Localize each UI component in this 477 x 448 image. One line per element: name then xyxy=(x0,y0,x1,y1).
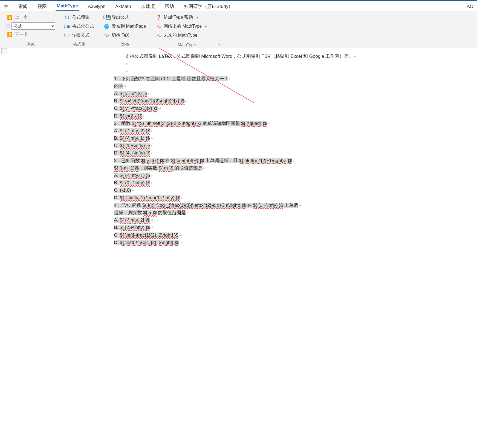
blank-line: ↵ xyxy=(114,67,371,75)
format-presets-button[interactable]: Σ↕ 公式预置 xyxy=(63,14,95,21)
doc-line: 2．函数 ${ f(x)=\ln \left(x^{2}-2 x-8\right… xyxy=(114,120,371,127)
browse-next-label: 下一个 xyxy=(15,32,28,38)
tab-view[interactable]: 视图 xyxy=(36,2,48,11)
blank-line: ↵ xyxy=(114,60,371,67)
doc-line: A. ${ (-\infty, 2] }$↵ xyxy=(114,216,371,224)
formula-type-select[interactable]: 公式 xyxy=(11,22,55,30)
sigma-convert-icon: Σ→ xyxy=(64,33,70,38)
paragraph-mark-icon: ↵ xyxy=(229,77,232,81)
publish-mathpage-button[interactable]: 🌐 发布到 MathPage xyxy=(103,23,147,30)
format-presets-label: 公式预置 xyxy=(72,15,89,20)
double-up-icon: ⏫ xyxy=(7,15,13,20)
paragraph-mark-icon: ↵ xyxy=(124,84,127,88)
paragraph-mark-icon: ↵ xyxy=(267,121,271,126)
paragraph-mark-icon: ↵ xyxy=(151,181,154,185)
sigma-preset-icon: Σ↕ xyxy=(64,15,70,20)
paragraph-mark-icon: ↵ xyxy=(181,196,184,200)
doc-line: 3．已知函数 ${ y=f(x) }$ 在 ${ \mathbf{R} }$ 上… xyxy=(114,157,371,164)
paragraph-mark-icon: ↵ xyxy=(126,62,129,66)
paragraph-mark-icon: ↵ xyxy=(151,129,154,133)
paragraph-mark-icon: ↵ xyxy=(203,166,206,170)
doc-line: D. ${ \left(-\frac{1}{2}, 2\right] }$↵ xyxy=(114,239,371,246)
intro-paragraph: 支持公式图像到 LaTeX，公式图像到 Microsoft Word，公式图像到… xyxy=(114,53,371,60)
mathtype-web-label: 网络上的 MathType xyxy=(164,24,202,29)
paragraph-mark-icon: ↵ xyxy=(150,218,154,222)
doc-line: 4．已知 函数 ${ f(x)=\log _{\frac{1}{3}}\left… xyxy=(114,202,371,209)
ribbon-group-browse: ⏫ 上一个 公式 ⏬ 下一个 浏览 xyxy=(2,13,59,47)
paragraph-mark-icon: ↵ xyxy=(143,114,146,118)
tab-review[interactable]: 审阅 xyxy=(17,2,29,11)
doc-line: 1．下列函数中,在区间 (0,1] 上是增 函数且最大值为一 1↵ xyxy=(114,75,371,82)
group-label-format: 格式化 xyxy=(63,41,95,47)
document-page[interactable]: 支持公式图像到 LaTeX，公式图像到 Microsoft Word，公式图像到… xyxy=(109,48,377,257)
mathtype-web-button[interactable]: √α 网络上的 MathType ▾ xyxy=(155,23,218,30)
tab-cnki[interactable]: 知网研学（原E-Study） xyxy=(183,2,234,11)
sigma-format-icon: Σ⚙ xyxy=(64,24,70,29)
web-icon: √α xyxy=(156,24,161,29)
doc-line: C. ${ y=-\frac{1}{x} }$↵ xyxy=(114,105,371,112)
radio-icon[interactable] xyxy=(6,24,10,28)
paragraph-mark-icon: ↵ xyxy=(151,143,154,148)
mathtype-future-label: 未来的 MathType xyxy=(164,33,197,38)
group-label-browse: 浏览 xyxy=(6,41,55,47)
mathtype-help-button[interactable]: ❓ MathType 帮助 ▾ xyxy=(155,14,218,21)
doc-line: A. ${ y=-x^{2} }$↵ xyxy=(114,90,371,97)
double-down-icon: ⏬ xyxy=(7,32,13,38)
paragraph-mark-icon: ↵ xyxy=(354,54,357,59)
ribbon-group-mathtype: ❓ MathType 帮助 ▾ √α 网络上的 MathType ▾ √α 未来… xyxy=(151,13,222,47)
chevron-down-icon: ▾ xyxy=(196,15,198,19)
help-icon: ❓ xyxy=(156,15,161,20)
format-convert-button[interactable]: Σ→ 转换公式 xyxy=(63,32,95,39)
browse-prev-button[interactable]: ⏫ 上一个 xyxy=(6,14,55,21)
paragraph-mark-icon: ↵ xyxy=(179,233,182,237)
tab-axmath[interactable]: AxMath xyxy=(114,3,132,11)
tab-axglyph[interactable]: AxGlyph xyxy=(87,3,106,11)
paragraph-mark-icon: ↵ xyxy=(158,106,161,111)
doc-line: ${ f(-m+1)}$，则实数 ${ m }$ 的取值范围是↵ xyxy=(114,164,371,172)
mathtype-future-button[interactable]: √α 未来的 MathType xyxy=(155,32,218,39)
browse-prev-label: 上一个 xyxy=(15,15,28,20)
ribbon-tab-strip: 件 审阅 视图 MathType AxGlyph AxMath 加载项 帮助 知… xyxy=(0,1,477,11)
publish-tex-button[interactable]: TeX 切换 TeX xyxy=(103,32,147,39)
publish-export-button[interactable]: Σ💾 导出公式 xyxy=(103,14,147,21)
group-label-publish: 发布 xyxy=(103,41,147,47)
tex-icon: TeX xyxy=(104,33,109,38)
doc-line: A. ${ (-\infty,-1) }$↵ xyxy=(114,172,371,179)
browse-next-button[interactable]: ⏬ 下一个 xyxy=(6,31,55,38)
paragraph-mark-icon: ↵ xyxy=(293,159,296,163)
doc-line: B. ${ (-\infty, 1) }$↵ xyxy=(114,134,371,142)
doc-line: D. ${ (-\infty,-1) \cup(0,+\infty) }$↵ xyxy=(114,194,371,202)
group-label-mathtype: MathType xyxy=(155,41,218,47)
tab-help[interactable]: 帮助 xyxy=(164,2,175,11)
export-icon: Σ💾 xyxy=(104,15,109,20)
doc-line: B. ${ [2,+\infty) }$↵ xyxy=(114,224,371,231)
doc-line: D. ${ y=2 x }$↵ xyxy=(114,112,371,120)
paragraph-mark-icon: ↵ xyxy=(148,91,151,96)
future-icon: √α xyxy=(156,33,161,38)
doc-line: 递减，则实数 ${ a }$ 的取值范围是↵ xyxy=(114,209,371,216)
format-equation-button[interactable]: Σ⚙ 格式化公式 xyxy=(63,23,95,30)
tab-ac[interactable]: AC xyxy=(466,3,474,11)
paragraph-mark-icon: ↵ xyxy=(179,240,183,245)
doc-line: B. ${ (0,+\infty) }$↵ xyxy=(114,179,371,186)
paragraph-mark-icon: ↵ xyxy=(126,69,129,73)
dialog-launcher-icon[interactable]: ⤡ xyxy=(218,43,221,46)
publish-export-label: 导出公式 xyxy=(112,15,129,20)
paragraph-mark-icon: ↵ xyxy=(132,188,135,193)
browse-formula-row: 公式 xyxy=(6,22,55,30)
doc-line: D. ${ (4,+\infty) }$↵ xyxy=(114,149,371,157)
doc-line: C. ${ \left[-\frac{1}{2}, 2\right] }$↵ xyxy=(114,231,371,239)
tab-addins[interactable]: 加载项 xyxy=(140,2,156,11)
doc-line: A. ${ (-\infty,-2) }$↵ xyxy=(114,127,371,134)
format-convert-label: 转换公式 xyxy=(72,33,89,38)
ribbon-group-publish: Σ💾 导出公式 🌐 发布到 MathPage TeX 切换 TeX 发布 xyxy=(99,13,151,47)
tab-mathtype[interactable]: MathType xyxy=(56,2,79,11)
paragraph-mark-icon: ↵ xyxy=(299,203,302,208)
paragraph-mark-icon: ↵ xyxy=(150,225,154,230)
tab-file[interactable]: 件 xyxy=(3,2,10,11)
doc-line: C. ${ (1,+\infty) }$↵ xyxy=(114,142,371,149)
doc-line: C. (-1,0)↵ xyxy=(114,186,371,194)
mathtype-help-label: MathType 帮助 xyxy=(164,15,193,20)
ribbon-group-format: Σ↕ 公式预置 Σ⚙ 格式化公式 Σ→ 转换公式 格式化 xyxy=(59,13,99,47)
publish-tex-label: 切换 TeX xyxy=(112,33,129,38)
